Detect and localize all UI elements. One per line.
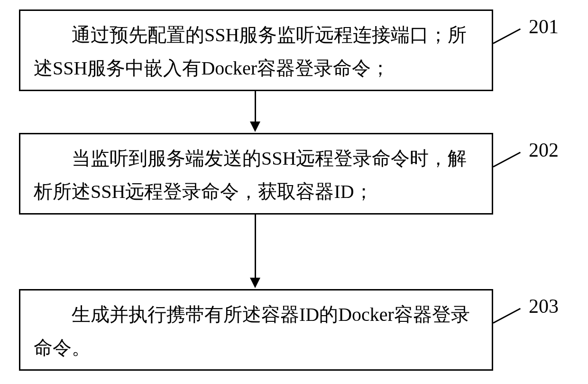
flow-node-202: 当监听到服务端发送的SSH远程登录命令时，解析所述SSH远程登录命令，获取容器I…: [19, 133, 493, 215]
step-label-201: 201: [529, 15, 559, 38]
leader-line-203: [493, 308, 521, 324]
step-label-202: 202: [529, 139, 559, 161]
flow-node-201-text: 通过预先配置的SSH服务监听远程连接端口；所述SSH服务中嵌入有Docker容器…: [34, 19, 478, 85]
arrow-202-203-line: [255, 215, 256, 279]
arrow-202-203-head: [250, 278, 260, 288]
arrow-201-202-head: [250, 122, 260, 132]
leader-line-202: [493, 152, 521, 168]
flow-node-202-text: 当监听到服务端发送的SSH远程登录命令时，解析所述SSH远程登录命令，获取容器I…: [34, 142, 478, 208]
flow-node-201: 通过预先配置的SSH服务监听远程连接端口；所述SSH服务中嵌入有Docker容器…: [19, 9, 493, 91]
flowchart-canvas: 通过预先配置的SSH服务监听远程连接端口；所述SSH服务中嵌入有Docker容器…: [0, 0, 588, 384]
leader-line-201: [493, 28, 521, 44]
flow-node-203: 生成并执行携带有所述容器ID的Docker容器登录命令。: [19, 289, 493, 371]
arrow-201-202-line: [255, 91, 256, 122]
step-label-203: 203: [529, 295, 559, 318]
flow-node-203-text: 生成并执行携带有所述容器ID的Docker容器登录命令。: [34, 298, 478, 365]
